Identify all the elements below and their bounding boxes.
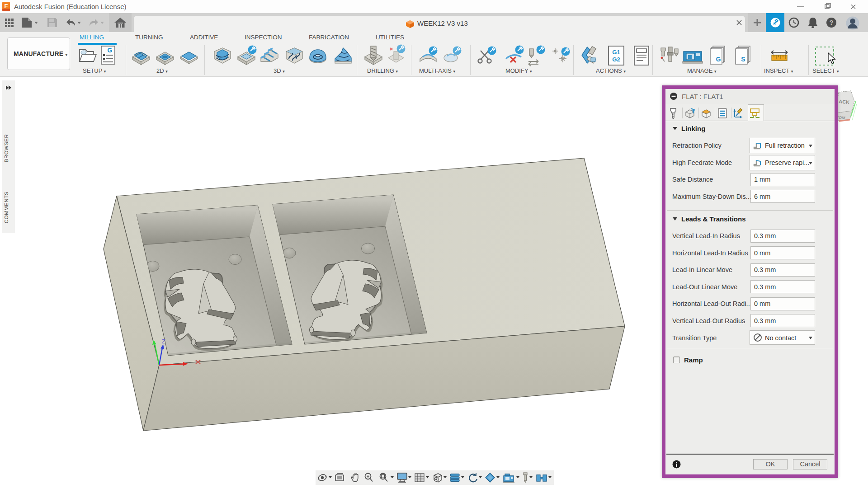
svg-text:G1: G1: [612, 49, 620, 56]
svg-text:G2: G2: [612, 56, 620, 63]
svg-text:Z: Z: [162, 338, 165, 345]
svg-text:S: S: [741, 56, 745, 63]
svg-text:G: G: [716, 56, 721, 63]
svg-text:F: F: [5, 3, 8, 9]
svg-text:ACK: ACK: [839, 99, 850, 105]
svg-text:?: ?: [830, 19, 834, 26]
